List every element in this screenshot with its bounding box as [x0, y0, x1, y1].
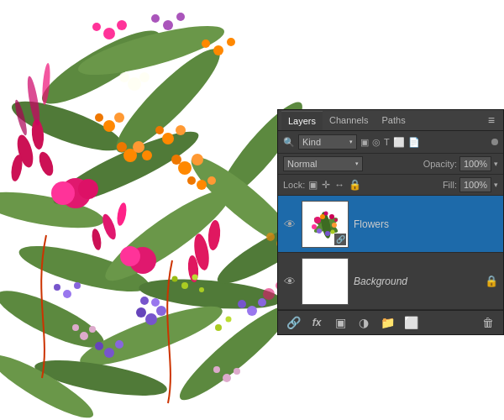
panel-toolbar: 🔗 fx ▣ ◑ 📁 ⬜ 🗑 [278, 310, 503, 334]
svg-point-57 [63, 290, 71, 298]
svg-point-73 [213, 366, 220, 373]
svg-point-80 [151, 14, 160, 23]
svg-point-79 [176, 13, 185, 21]
visibility-eye-background[interactable]: 👁 [283, 275, 297, 288]
svg-point-37 [162, 133, 174, 144]
type-filter-icon[interactable]: T [384, 137, 390, 147]
svg-point-34 [133, 141, 144, 153]
fill-input[interactable]: 100% [459, 177, 491, 192]
group-layer-button[interactable]: 📁 [377, 314, 397, 331]
svg-point-92 [128, 77, 141, 91]
svg-point-66 [199, 287, 204, 292]
svg-point-107 [312, 224, 317, 229]
svg-point-67 [215, 324, 222, 331]
layer-thumbnail-flowers: 🔗 [302, 201, 349, 248]
svg-point-63 [181, 282, 188, 289]
layer-background[interactable]: 👁 Background 🔒 [278, 253, 503, 310]
svg-point-35 [117, 142, 127, 152]
svg-point-100 [314, 217, 321, 223]
lock-position-icon[interactable]: ✛ [322, 179, 330, 191]
fill-chevron-icon[interactable]: ▾ [494, 181, 498, 189]
panel-tabs: Layers Channels Paths ≡ [278, 110, 503, 131]
svg-point-93 [119, 72, 129, 82]
svg-point-108 [324, 211, 328, 215]
visibility-eye-flowers[interactable]: 👁 [283, 218, 297, 231]
svg-point-59 [54, 284, 60, 291]
svg-point-72 [223, 374, 231, 382]
adjustment-layer-button[interactable]: ◑ [354, 314, 374, 331]
layer-name-background: Background [354, 276, 480, 287]
delete-layer-button[interactable]: 🗑 [478, 314, 498, 331]
svg-point-78 [163, 20, 173, 30]
svg-rect-110 [302, 259, 349, 305]
blend-mode-select[interactable]: Normal ▾ [283, 156, 363, 171]
svg-point-50 [156, 306, 166, 316]
svg-point-54 [104, 348, 114, 358]
svg-point-104 [317, 228, 322, 234]
svg-point-64 [192, 275, 198, 281]
svg-point-51 [136, 307, 146, 318]
opacity-chevron-icon[interactable]: ▾ [494, 160, 498, 168]
panel-menu-icon[interactable]: ≡ [483, 110, 500, 130]
link-badge-flowers: 🔗 [334, 234, 346, 245]
new-layer-button[interactable]: ⬜ [401, 314, 421, 331]
kind-row: 🔍 Kind ▾ ▣ ◎ T ⬜ 📄 [278, 131, 503, 154]
adjustment-filter-icon[interactable]: ◎ [372, 137, 381, 148]
layers-panel: Layers Channels Paths ≡ 🔍 Kind ▾ ▣ ◎ T ⬜… [277, 109, 504, 335]
background-lock-icon: 🔒 [485, 275, 498, 287]
svg-point-62 [238, 300, 246, 308]
lock-all-icon[interactable]: 🔒 [349, 179, 361, 191]
svg-point-55 [115, 340, 123, 349]
add-mask-button[interactable]: ▣ [330, 314, 350, 331]
pixel-dot [491, 139, 498, 145]
svg-point-89 [266, 233, 275, 241]
lock-artboard-icon[interactable]: ↔ [334, 179, 344, 191]
svg-point-53 [140, 297, 149, 305]
svg-point-48 [95, 113, 103, 122]
svg-point-65 [172, 276, 178, 282]
svg-point-68 [226, 317, 232, 323]
fill-label: Fill: [443, 180, 457, 190]
svg-point-41 [192, 154, 203, 165]
svg-point-39 [155, 126, 164, 134]
svg-point-38 [176, 125, 186, 135]
svg-point-101 [329, 214, 334, 219]
svg-point-71 [89, 326, 96, 333]
tab-channels[interactable]: Channels [323, 111, 375, 129]
svg-point-85 [227, 38, 235, 46]
svg-point-94 [139, 72, 150, 82]
fill-group: Fill: 100% ▾ [443, 177, 498, 192]
kind-select[interactable]: Kind ▾ [298, 134, 357, 150]
smart-filter-icon[interactable]: 📄 [408, 137, 420, 148]
tab-paths[interactable]: Paths [375, 111, 412, 129]
opacity-group: Opacity: 100% ▾ [423, 156, 498, 171]
svg-point-26 [51, 181, 75, 205]
svg-point-40 [178, 161, 192, 175]
search-icon: 🔍 [283, 137, 295, 148]
svg-point-74 [234, 368, 240, 375]
shape-filter-icon[interactable]: ⬜ [393, 137, 405, 148]
kind-icons: ▣ ◎ T ⬜ 📄 [360, 137, 420, 148]
blend-mode-row: Normal ▾ Opacity: 100% ▾ [278, 154, 503, 175]
svg-point-47 [114, 113, 124, 123]
svg-point-49 [145, 313, 157, 325]
link-layers-button[interactable]: 🔗 [283, 314, 303, 331]
svg-point-69 [80, 332, 88, 340]
tab-layers[interactable]: Layers [281, 111, 323, 130]
layer-name-flowers: Flowers [354, 218, 498, 230]
layer-thumbnail-background [302, 258, 349, 305]
opacity-input[interactable]: 100% [459, 156, 491, 171]
svg-point-83 [92, 23, 101, 31]
svg-point-58 [74, 282, 81, 289]
svg-point-44 [207, 176, 216, 185]
svg-point-45 [187, 176, 196, 185]
svg-point-60 [247, 306, 257, 316]
lock-pixels-icon[interactable]: ▣ [308, 179, 318, 191]
pixel-filter-icon[interactable]: ▣ [360, 137, 369, 148]
layer-flowers[interactable]: 👁 [278, 196, 503, 253]
svg-point-109 [334, 218, 338, 222]
svg-point-61 [258, 298, 266, 307]
fx-button[interactable]: fx [307, 315, 327, 330]
svg-point-43 [197, 180, 207, 190]
svg-point-42 [171, 155, 181, 165]
